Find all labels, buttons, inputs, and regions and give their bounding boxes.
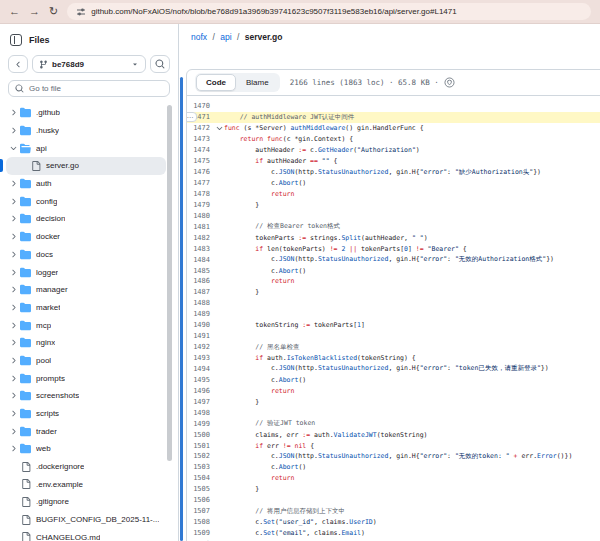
tree-item-.husky[interactable]: .husky bbox=[6, 122, 166, 140]
chevron-right-icon[interactable] bbox=[8, 268, 19, 277]
line-number[interactable]: 1501 bbox=[187, 442, 214, 450]
chevron-right-icon[interactable] bbox=[8, 214, 19, 223]
pane-resize-handle[interactable] bbox=[180, 77, 183, 541]
tree-item-trader[interactable]: trader bbox=[6, 422, 166, 440]
tree-item-.github[interactable]: .github bbox=[6, 104, 166, 122]
line-menu-button[interactable]: ⋯ bbox=[186, 112, 197, 122]
line-number[interactable]: 1478 bbox=[187, 190, 214, 198]
chevron-right-icon[interactable] bbox=[8, 303, 19, 312]
chevron-right-icon[interactable] bbox=[8, 409, 19, 418]
chevron-right-icon[interactable] bbox=[8, 444, 19, 453]
tree-item-nginx[interactable]: nginx bbox=[6, 334, 166, 352]
tree-item-scripts[interactable]: scripts bbox=[6, 405, 166, 423]
line-number[interactable]: 1480 bbox=[187, 212, 214, 220]
tree-item-.dockerignore[interactable]: .dockerignore bbox=[6, 458, 166, 476]
line-number[interactable]: 1472 bbox=[187, 124, 214, 132]
chevron-right-icon[interactable] bbox=[8, 108, 19, 117]
line-number[interactable]: 1505 bbox=[187, 485, 214, 493]
search-tree-button[interactable] bbox=[150, 55, 170, 73]
tree-item-prompts[interactable]: prompts bbox=[6, 369, 166, 387]
line-number[interactable]: 1509 bbox=[187, 529, 214, 537]
go-to-file-input[interactable]: Go to file bbox=[8, 80, 170, 97]
tree-item-api[interactable]: api bbox=[6, 139, 166, 157]
sidebar-panel-icon[interactable] bbox=[10, 34, 22, 46]
reload-icon[interactable]: ↻ bbox=[49, 6, 58, 17]
line-number[interactable]: 1484 bbox=[187, 256, 214, 264]
line-number[interactable]: 1494 bbox=[187, 365, 214, 373]
line-number[interactable]: 1503 bbox=[187, 463, 214, 471]
line-number[interactable]: 1495 bbox=[187, 376, 214, 384]
tree-item-mcp[interactable]: mcp bbox=[6, 316, 166, 334]
branch-selector[interactable]: be768d9 bbox=[32, 55, 146, 73]
tree-item-decision[interactable]: decision bbox=[6, 210, 166, 228]
line-number[interactable]: 1498 bbox=[187, 409, 214, 417]
line-number[interactable]: 1490 bbox=[187, 321, 214, 329]
line-number[interactable]: 1500 bbox=[187, 431, 214, 439]
line-number[interactable]: 1493 bbox=[187, 354, 214, 362]
tree-item-docs[interactable]: docs bbox=[6, 246, 166, 264]
line-number[interactable]: 1491 bbox=[187, 332, 214, 340]
line-number[interactable]: 1482 bbox=[187, 234, 214, 242]
tree-item-.env.example[interactable]: .env.example bbox=[6, 475, 166, 493]
tab-blame[interactable]: Blame bbox=[236, 74, 279, 91]
chevron-right-icon[interactable] bbox=[8, 285, 19, 294]
chevron-right-icon[interactable] bbox=[8, 338, 19, 347]
line-number[interactable]: 1474 bbox=[187, 146, 214, 154]
chevron-right-icon[interactable] bbox=[8, 321, 19, 330]
back-icon[interactable]: ← bbox=[9, 6, 20, 17]
url-bar[interactable]: github.com/NoFxAiOS/nofx/blob/be768d91a3… bbox=[67, 3, 591, 20]
tree-item-server.go[interactable]: server.go bbox=[6, 157, 166, 175]
line-number[interactable]: 1496 bbox=[187, 387, 214, 395]
tree-item-web[interactable]: web bbox=[6, 440, 166, 458]
line-number[interactable]: 1479 bbox=[187, 201, 214, 209]
chevron-right-icon[interactable] bbox=[8, 232, 19, 241]
chevron-right-icon[interactable] bbox=[8, 179, 19, 188]
chevron-right-icon[interactable] bbox=[8, 126, 19, 135]
chevron-right-icon[interactable] bbox=[8, 197, 19, 206]
line-number[interactable]: 1492 bbox=[187, 343, 214, 351]
tree-item-auth[interactable]: auth bbox=[6, 175, 166, 193]
tree-item-config[interactable]: config bbox=[6, 192, 166, 210]
line-number[interactable]: 1483 bbox=[187, 245, 214, 253]
line-number[interactable]: 1502 bbox=[187, 452, 214, 460]
line-number[interactable]: 1504 bbox=[187, 474, 214, 482]
tree-item-.gitignore[interactable]: .gitignore bbox=[6, 493, 166, 511]
tab-code[interactable]: Code bbox=[196, 74, 236, 91]
fold-chevron-icon[interactable] bbox=[214, 124, 224, 133]
line-number[interactable]: 1473 bbox=[187, 135, 214, 143]
line-number[interactable]: 1476 bbox=[187, 168, 214, 176]
line-number[interactable]: 1488 bbox=[187, 299, 214, 307]
line-number[interactable]: 1470 bbox=[187, 102, 214, 110]
tree-item-docker[interactable]: docker bbox=[6, 228, 166, 246]
breadcrumb-repo-link[interactable]: nofx bbox=[191, 32, 207, 42]
line-number[interactable]: 1507 bbox=[187, 507, 214, 515]
forward-icon[interactable]: → bbox=[29, 6, 40, 17]
sidebar-scrollbar[interactable] bbox=[167, 105, 172, 461]
tree-item-pool[interactable]: pool bbox=[6, 352, 166, 370]
tree-item-market[interactable]: market bbox=[6, 299, 166, 317]
tree-item-changelog.md[interactable]: CHANGELOG.md bbox=[6, 529, 166, 541]
line-number[interactable]: 1489 bbox=[187, 310, 214, 318]
chevron-right-icon[interactable] bbox=[8, 356, 19, 365]
tree-item-manager[interactable]: manager bbox=[6, 281, 166, 299]
chevron-down-icon[interactable] bbox=[8, 144, 19, 153]
line-number[interactable]: 1499 bbox=[187, 420, 214, 428]
back-to-repo-button[interactable] bbox=[8, 55, 28, 73]
line-number[interactable]: 1477 bbox=[187, 179, 214, 187]
chevron-right-icon[interactable] bbox=[8, 391, 19, 400]
line-number[interactable]: 1475 bbox=[187, 157, 214, 165]
tree-item-logger[interactable]: logger bbox=[6, 263, 166, 281]
tree-item-bugfix-config-db-2025-11-...[interactable]: BUGFIX_CONFIG_DB_2025-11-... bbox=[6, 511, 166, 529]
chevron-right-icon[interactable] bbox=[8, 374, 19, 383]
line-number[interactable]: 1508 bbox=[187, 518, 214, 526]
line-number[interactable]: 1485 bbox=[187, 267, 214, 275]
line-number[interactable]: 1481 bbox=[187, 223, 214, 231]
breadcrumb-dir-link[interactable]: api bbox=[220, 32, 231, 42]
chevron-right-icon[interactable] bbox=[8, 427, 19, 436]
line-number[interactable]: 1486 bbox=[187, 277, 214, 285]
line-number[interactable]: 1487 bbox=[187, 288, 214, 296]
tree-item-screenshots[interactable]: screenshots bbox=[6, 387, 166, 405]
chevron-right-icon[interactable] bbox=[8, 250, 19, 259]
site-settings-icon[interactable] bbox=[76, 7, 86, 17]
line-number[interactable]: 1506 bbox=[187, 496, 214, 504]
